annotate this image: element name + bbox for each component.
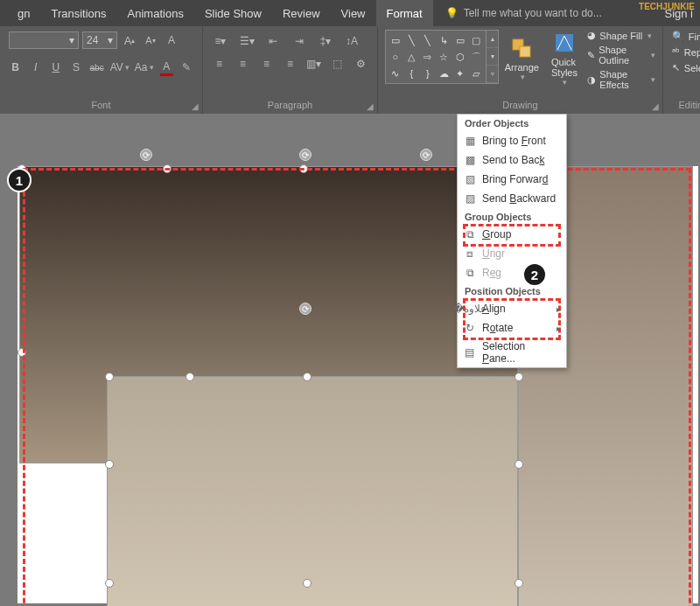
replace-icon: ᵃᵇ bbox=[672, 46, 680, 58]
align-right-icon[interactable]: ≡ bbox=[259, 55, 274, 73]
rotate-handle-icon[interactable]: ⟳ bbox=[299, 149, 312, 161]
menu-send-backward[interactable]: ▨Send Backward bbox=[458, 189, 566, 208]
indent-right-icon[interactable]: ⇥ bbox=[290, 32, 308, 50]
menu-group[interactable]: ⧉Group bbox=[458, 225, 566, 244]
align-left-icon[interactable]: ≡ bbox=[212, 55, 227, 73]
tell-me-search[interactable]: 💡 Tell me what you want to do... bbox=[445, 7, 602, 19]
dropdown-header-order: Order Objects bbox=[458, 115, 566, 131]
text-shadow-button[interactable]: S bbox=[69, 59, 82, 76]
tell-me-placeholder: Tell me what you want to do... bbox=[464, 7, 602, 19]
shape-hexagon-icon[interactable]: ⬡ bbox=[452, 49, 468, 65]
shape-arrow-icon[interactable]: ⇨ bbox=[420, 49, 436, 65]
increase-font-icon[interactable]: A▴ bbox=[121, 31, 138, 49]
align-text-icon[interactable]: ⬚ bbox=[330, 55, 345, 73]
shape-connector-icon[interactable]: ↳ bbox=[437, 32, 452, 48]
drawing-group-label: Drawing bbox=[385, 98, 655, 112]
menu-rotate[interactable]: ↻Rotate▸ bbox=[458, 318, 566, 338]
font-dialog-launcher-icon[interactable]: ◢ bbox=[192, 101, 199, 111]
shape-freeform-icon[interactable]: ∿ bbox=[388, 66, 403, 81]
rotate-handle-icon[interactable]: ⟳ bbox=[420, 149, 432, 161]
quick-styles-icon bbox=[552, 31, 577, 55]
change-case-button[interactable]: Aa▾ bbox=[136, 59, 153, 76]
replace-button[interactable]: ᵃᵇReplac bbox=[672, 45, 700, 59]
menu-bring-to-front[interactable]: ▦Bring to Front bbox=[458, 131, 566, 150]
line-spacing-icon[interactable]: ‡▾ bbox=[317, 32, 334, 50]
watermark-logo: TECHJUNKIE bbox=[639, 2, 695, 11]
arrange-button[interactable]: Arrange▾ bbox=[502, 30, 542, 87]
shape-line-icon[interactable]: ╲ bbox=[404, 32, 420, 48]
selection-pane-icon: ▤ bbox=[463, 345, 477, 359]
clear-formatting-icon[interactable]: A bbox=[163, 31, 180, 49]
shape-roundrect-icon[interactable]: ▢ bbox=[469, 32, 485, 48]
shape-triangle-icon[interactable]: △ bbox=[404, 49, 420, 65]
tab-view[interactable]: View bbox=[331, 0, 376, 26]
strikethrough-button[interactable]: abc bbox=[90, 59, 104, 76]
indent-left-icon[interactable]: ⇤ bbox=[264, 32, 282, 50]
ungroup-icon: ⧈ bbox=[463, 247, 477, 261]
menu-send-to-back[interactable]: ▩Send to Back bbox=[458, 150, 566, 170]
tab-animations[interactable]: Animations bbox=[117, 0, 194, 26]
shape-outline-button[interactable]: ✎Shape Outline▾ bbox=[587, 45, 655, 66]
underline-button[interactable]: U bbox=[49, 59, 62, 76]
tab-format[interactable]: Format bbox=[376, 0, 433, 26]
shape-arc-icon[interactable]: ⌒ bbox=[469, 49, 485, 65]
columns-icon[interactable]: ▥▾ bbox=[306, 55, 321, 73]
ribbon-group-editing: 🔍Find ᵃᵇReplac ↖Select▾ Editing bbox=[663, 26, 700, 114]
shapes-gallery[interactable]: ▭ ╲ ╲ ↳ ▭ ▢ ○ △ ⇨ ☆ ⬡ ⌒ ∿ { } ☁ ✦ bbox=[385, 30, 486, 84]
align-center-icon[interactable]: ≡ bbox=[235, 55, 250, 73]
shape-cloud-icon[interactable]: ☁ bbox=[437, 66, 452, 81]
shape-rect-icon[interactable]: ▭ bbox=[452, 32, 468, 48]
shape-outline-icon: ✎ bbox=[587, 50, 595, 61]
highlight-button[interactable]: ✎ bbox=[180, 59, 193, 76]
rotate-handle-icon[interactable]: ⟳ bbox=[140, 149, 152, 161]
select-button[interactable]: ↖Select▾ bbox=[672, 61, 700, 74]
shape-plus-icon[interactable]: ▱ bbox=[469, 66, 485, 81]
font-family-combo[interactable]: ▾ bbox=[9, 31, 79, 49]
char-spacing-button[interactable]: AV▾ bbox=[111, 59, 129, 76]
shape-textbox-icon[interactable]: ▭ bbox=[388, 32, 403, 48]
shape-line2-icon[interactable]: ╲ bbox=[420, 32, 436, 48]
numbering-icon[interactable]: ☰▾ bbox=[238, 32, 256, 50]
font-size-combo[interactable]: 24▾ bbox=[82, 31, 117, 49]
shape-star-icon[interactable]: ✦ bbox=[452, 66, 468, 81]
font-group-label: Font bbox=[9, 98, 193, 112]
align-icon: �علاوه bbox=[463, 302, 477, 316]
shape-options: ◕Shape Fill▾ ✎Shape Outline▾ ◑Shape Effe… bbox=[587, 30, 655, 90]
tab-slideshow[interactable]: Slide Show bbox=[194, 0, 272, 26]
drawing-dialog-launcher-icon[interactable]: ◢ bbox=[652, 101, 659, 111]
shape-oval-icon[interactable]: ○ bbox=[388, 49, 403, 65]
slide-canvas[interactable]: ⟳ ⟳ ⟳ ⟳ bbox=[0, 114, 700, 606]
rotate-icon: ↻ bbox=[463, 321, 477, 335]
paragraph-dialog-launcher-icon[interactable]: ◢ bbox=[367, 101, 374, 111]
ribbon-group-font: ▾ 24▾ A▴ A▾ A B I U S abc AV▾ Aa▾ A ✎ Fo… bbox=[0, 26, 203, 114]
send-backward-icon: ▨ bbox=[463, 192, 477, 205]
menu-selection-pane[interactable]: ▤Selection Pane... bbox=[458, 338, 566, 367]
tab-design-partial[interactable]: gn bbox=[7, 0, 40, 26]
shape-effects-button[interactable]: ◑Shape Effects▾ bbox=[587, 69, 655, 90]
font-color-button[interactable]: A bbox=[160, 59, 173, 76]
text-direction-icon[interactable]: ↕A bbox=[343, 32, 360, 50]
justify-icon[interactable]: ≡ bbox=[283, 55, 298, 73]
tab-transitions[interactable]: Transitions bbox=[40, 0, 116, 26]
menu-align[interactable]: �علاوهAlign▸ bbox=[458, 299, 566, 318]
lightbulb-icon: 💡 bbox=[445, 7, 458, 19]
italic-button[interactable]: I bbox=[29, 59, 42, 76]
smartart-icon[interactable]: ⚙ bbox=[354, 55, 368, 73]
shape-fill-button[interactable]: ◕Shape Fill▾ bbox=[587, 30, 655, 41]
shape-rbrace-icon[interactable]: } bbox=[420, 66, 436, 81]
shape-doublearrow-icon[interactable]: ☆ bbox=[437, 49, 452, 65]
find-button[interactable]: 🔍Find bbox=[672, 30, 700, 43]
tab-review[interactable]: Review bbox=[272, 0, 331, 26]
arrange-dropdown: Order Objects ▦Bring to Front ▩Send to B… bbox=[457, 114, 567, 368]
decrease-font-icon[interactable]: A▾ bbox=[142, 31, 159, 49]
bring-front-icon: ▦ bbox=[463, 134, 477, 148]
quick-styles-button[interactable]: Quick Styles▾ bbox=[545, 30, 584, 87]
ribbon: ▾ 24▾ A▴ A▾ A B I U S abc AV▾ Aa▾ A ✎ Fo… bbox=[0, 26, 700, 114]
shape-lbrace-icon[interactable]: { bbox=[404, 66, 420, 81]
menu-bring-forward[interactable]: ▧Bring Forward bbox=[458, 170, 566, 189]
bold-button[interactable]: B bbox=[9, 59, 22, 76]
shapes-gallery-expand[interactable]: ▴▾▿ bbox=[486, 30, 499, 84]
editing-group-label: Editing bbox=[672, 98, 700, 112]
bullets-icon[interactable]: ≡▾ bbox=[212, 32, 229, 50]
shape-fill-icon: ◕ bbox=[587, 30, 596, 41]
